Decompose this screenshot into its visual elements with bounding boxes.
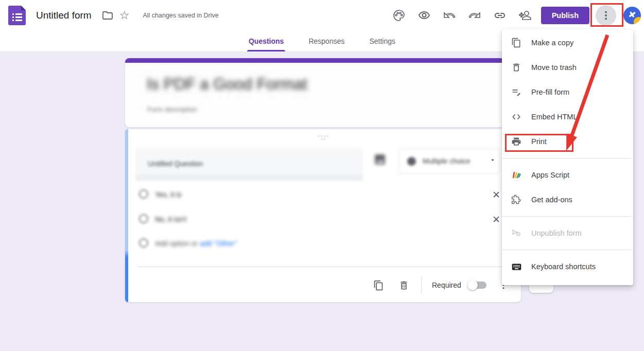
redo-icon[interactable] — [468, 9, 481, 22]
kebab-menu-icon — [600, 9, 612, 22]
preview-eye-icon[interactable] — [417, 9, 431, 22]
form-description-field[interactable]: Form description — [147, 106, 197, 113]
add-other-link[interactable]: add "Other" — [200, 239, 237, 248]
add-option-row: Add option or add "Other" — [155, 239, 237, 248]
star-icon[interactable]: ☆ — [119, 10, 130, 21]
add-option-radio — [139, 238, 148, 248]
header-action-icons — [392, 9, 532, 22]
menu-item-apps-script[interactable]: Apps Script — [502, 163, 633, 187]
menu-item-print[interactable]: Print — [502, 129, 633, 154]
copy-link-icon[interactable] — [493, 9, 507, 22]
form-title-field[interactable]: Is PDF a Good Format — [147, 75, 307, 94]
question-card: Untitled Question Multiple choice Yes, i… — [125, 129, 521, 302]
keyboard-icon — [511, 261, 522, 272]
google-forms-logo-icon[interactable] — [8, 6, 26, 25]
menu-divider — [502, 216, 633, 217]
footer-separator — [421, 277, 422, 293]
menu-divider — [502, 158, 633, 159]
apps-script-icon — [511, 169, 522, 181]
option-1-radio[interactable] — [139, 189, 148, 199]
question-footer-toolbar: Required — [372, 277, 510, 293]
required-label: Required — [432, 281, 461, 289]
tab-questions[interactable]: Questions — [242, 31, 290, 51]
question-type-label: Multiple choice — [423, 157, 471, 165]
question-title-input[interactable]: Untitled Question — [135, 148, 363, 181]
google-forms-editor: Untitled form ☆ All changes saved in Dri… — [0, 0, 644, 351]
menu-item-move-to-trash[interactable]: Move to trash — [502, 55, 633, 80]
duplicate-question-icon[interactable] — [372, 279, 385, 291]
puzzle-icon — [511, 194, 522, 205]
unpublish-icon — [511, 227, 522, 239]
toggle-knob — [467, 280, 478, 290]
multiple-choice-icon — [407, 157, 416, 166]
drag-handle[interactable] — [317, 135, 329, 140]
account-avatar[interactable] — [623, 7, 641, 24]
more-options-button[interactable] — [596, 5, 616, 26]
delete-question-icon[interactable] — [397, 279, 410, 291]
menu-item-prefill-form[interactable]: Pre-fill form — [502, 80, 633, 104]
code-icon — [511, 111, 522, 122]
tab-responses[interactable]: Responses — [302, 31, 351, 51]
question-title-text: Untitled Question — [148, 160, 203, 168]
undo-icon[interactable] — [443, 9, 456, 22]
move-folder-icon[interactable] — [101, 9, 114, 22]
tab-settings[interactable]: Settings — [363, 31, 402, 51]
option-2-radio[interactable] — [139, 214, 148, 223]
selected-question-indicator — [125, 129, 128, 302]
remove-option-1-icon[interactable]: ✕ — [491, 189, 502, 201]
form-title-card: Is PDF a Good Format Form description — [125, 58, 521, 127]
add-option-text[interactable]: Add option or — [155, 239, 200, 248]
print-icon — [511, 136, 522, 147]
theme-color-bar — [125, 58, 521, 63]
menu-item-unpublish-form: Unpublish form — [502, 221, 633, 245]
menu-item-get-addons[interactable]: Get add-ons — [502, 187, 633, 212]
menu-divider — [502, 250, 633, 250]
header-toolbar: Untitled form ☆ All changes saved in Dri… — [0, 0, 644, 31]
footer-divider — [137, 267, 509, 267]
menu-item-make-a-copy[interactable]: Make a copy — [502, 30, 633, 55]
add-image-icon[interactable] — [373, 153, 387, 168]
add-collaborators-icon[interactable] — [518, 9, 532, 22]
more-options-menu: Make a copy Move to trash Pre-fill form … — [502, 29, 633, 285]
remove-option-2-icon[interactable]: ✕ — [491, 214, 502, 225]
customize-theme-icon[interactable] — [392, 9, 406, 22]
publish-button[interactable]: Publish — [541, 7, 589, 24]
option-2-label[interactable]: No, it isn't — [155, 215, 186, 223]
required-toggle[interactable] — [469, 282, 486, 289]
menu-item-keyboard-shortcuts[interactable]: Keyboard shortcuts — [502, 254, 633, 279]
trash-icon — [511, 62, 522, 73]
question-type-select[interactable]: Multiple choice — [399, 148, 500, 174]
form-name[interactable]: Untitled form — [36, 10, 92, 21]
menu-item-embed-html[interactable]: Embed HTML — [502, 104, 633, 129]
save-status: All changes saved in Drive — [143, 12, 218, 19]
avatar-satellite-shape — [625, 8, 639, 23]
prefill-icon — [511, 86, 522, 98]
copy-icon — [511, 37, 522, 48]
chevron-down-icon[interactable] — [489, 156, 496, 164]
option-1-label[interactable]: Yes, it is — [155, 190, 182, 199]
